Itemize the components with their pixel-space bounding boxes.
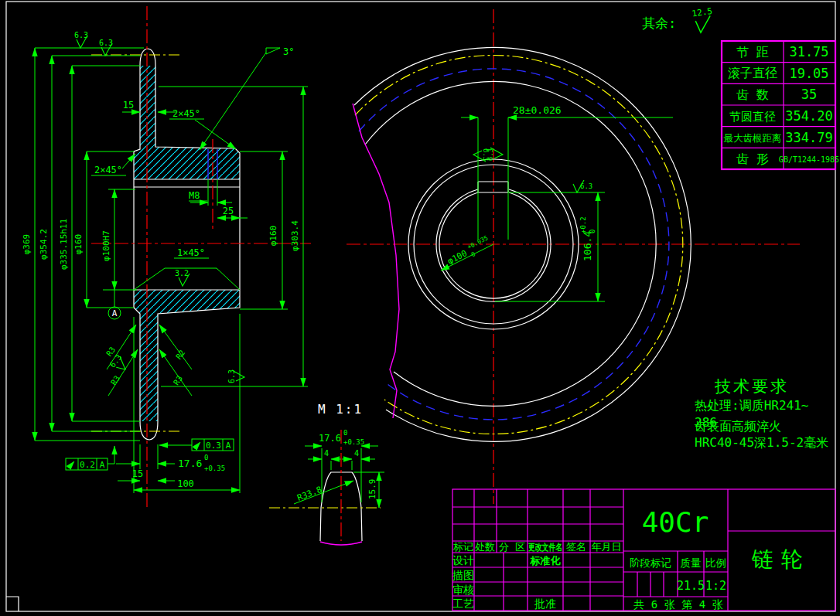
runout-02-value: 0.2 [80,460,95,470]
chamfer-2x45-left: 2×45° [94,165,122,175]
runout-icon [69,461,74,468]
title-block: 标记 处数 分 区 更改文件名 签名 年月日 设计 描图 审核 工艺 标准化 批… [452,489,835,611]
spec-row-value: 31.75 [789,44,828,60]
break-line [353,104,399,418]
rev-header-count: 处数 [475,541,495,553]
dim-25: 25 [223,206,234,216]
dim-15-bottom: 15 [132,468,143,479]
row-approve: 批准 [534,597,556,610]
dim-phi354: φ354.2 [39,229,49,260]
mass-header: 质量 [681,556,702,569]
mass-value: 21.5 [677,579,705,593]
sprocket-drawing: A 0.2 A 0.3 A 6.3 6.3 3.2 [0,0,840,616]
spec-row-label: 节 距 [736,45,769,60]
tech-req-line: 齿表面高频淬火 [695,419,781,434]
row-trace: 描图 [452,569,474,581]
spec-row-label: 齿 形 [736,151,769,166]
dim-15-9: 15.9 [367,479,377,500]
dim-106-4: 106.4 [582,231,593,261]
row-design: 设计 [452,554,474,567]
dim-4-left: 4 [324,449,329,458]
dim-17-6-sub: +0.35 [204,465,225,472]
chamfer-1x45: 1×45° [177,247,205,258]
rev-header-zone: 分 区 [499,541,525,553]
dim-17-6-detail: 17.6 [319,433,341,444]
runout-frame-03: 0.3 A [159,439,234,451]
rev-header-docname: 更改文件名 [528,542,562,553]
dim-17-6-sup: 0 [204,454,208,461]
dim-bore: φ100 [446,248,469,267]
surface-finish-note: 其余: 12.5 [642,6,713,32]
rev-header-date: 年月日 [592,541,622,553]
dim-17-6: 17.6 [178,458,202,469]
spec-row-label: 最大齿根距离 [724,132,782,144]
dimension-lines [35,48,303,490]
dim-17-6-detail-sup: 0 [343,429,347,437]
dim-106-4-sub: 0 [589,230,596,233]
extension-lines [35,48,308,493]
runout-02-datum: A [100,460,105,470]
cad-drawing-canvas: A 0.2 A 0.3 A 6.3 6.3 3.2 [0,0,840,616]
scale-header: 比例 [705,556,726,569]
spec-table: 节 距 31.75 滚子直径 19.05 齿 数 35 节圆直径 354.20 … [722,41,839,169]
roughness-value: 6.3 [74,31,88,39]
tech-req-line: HRC40-45深1.5-2毫米 [695,435,828,450]
roughness-value: 6.3 [487,148,494,161]
roughness-value: 3.2 [175,269,189,277]
spec-row-value: 19.05 [789,66,828,81]
roughness-value: 6.3 [580,182,592,190]
angle-3deg: 3° [283,46,294,57]
part-name: 链轮 [751,546,811,572]
dim-phi369: φ369 [22,234,32,255]
sheet-current: 第 4 张 [681,598,722,611]
dim-100: 100 [177,478,194,489]
dim-4-right: 4 [354,449,359,458]
spec-row-value: 354.20 [785,108,832,124]
tech-req-line: 热处理:调质HR241~ [695,398,808,413]
rev-header-mark: 标记 [453,541,473,553]
dim-phi160-right: φ160 [268,226,278,247]
spec-row-value: 35 [801,87,817,102]
leaders [91,48,280,396]
dim-phi160-left: φ160 [73,234,84,255]
row-process: 工艺 [452,597,474,610]
runout-03-value: 0.3 [206,441,221,451]
spec-row-value: GB/T1244-1985 [779,155,839,164]
tech-req-title: 技术要求 [714,377,789,396]
row-standardize: 标准化 [530,555,562,567]
sheet-total: 共 6 张 [633,598,674,611]
dim-17-6-detail-sub: +0.35 [343,438,364,446]
dim-keyway-width: 28±0.026 [513,104,562,116]
fillet-r3: R3 [109,374,121,386]
surface-note-label: 其余: [642,15,676,31]
dim-106-4-sup: +0.2 [579,216,587,233]
dim-15-top: 15 [123,100,134,111]
dim-phi100h7: φ100H7 [101,230,111,261]
break-line [320,542,362,545]
rev-header-sign: 签名 [566,541,586,553]
runout-frame-02: 0.2 A [66,446,114,470]
dim-r33-8: R33.8 [295,485,323,503]
datum-a-symbol: A [108,307,121,319]
dim-m8: M8 [189,190,200,201]
stage-mark-header: 阶段标记 [630,556,671,569]
section-view: A 0.2 A 0.3 A 6.3 6.3 3.2 [22,6,311,510]
spec-row-label: 滚子直径 [728,66,777,80]
spec-row-label: 齿 数 [736,87,769,102]
detail-title: M 1:1 [318,402,363,417]
runout-icon [195,442,200,448]
runout-03-datum: A [226,441,231,451]
roughness-value: 6.3 [99,39,113,47]
spec-row-value: 334.79 [785,130,832,145]
roughness-value: 6.3 [227,369,236,383]
fillet-r3: R3 [172,374,184,386]
dim-phi303: φ303.4 [290,220,300,251]
datum-a-label: A [112,308,118,318]
spec-row-label: 节圆直径 [729,110,776,124]
technical-requirements: 技术要求 热处理:调质HR241~ 286 齿表面高频淬火 HRC40-45深1… [695,377,828,450]
drawing-frame [6,2,835,611]
dim-phi335: φ335.15h11 [59,219,69,270]
material-label: 40Cr [642,506,709,538]
dim-bore-sub: 0 [470,250,477,258]
detail-view: M 1:1 17.6 0 +0.35 4 4 R33.8 15.9 [269,402,384,545]
